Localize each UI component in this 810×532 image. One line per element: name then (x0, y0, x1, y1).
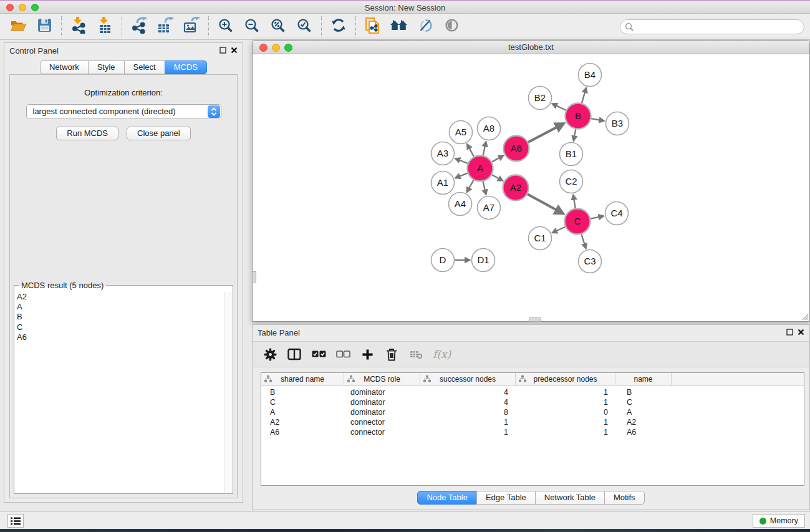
graph-node-C1[interactable]: C1 (529, 227, 552, 250)
mcds-result-item[interactable]: B (17, 312, 233, 322)
mcds-result-item[interactable]: A (17, 302, 233, 312)
graph-node-A7[interactable]: A7 (478, 196, 501, 220)
table-row[interactable]: Bdominator41B (261, 387, 804, 397)
graph-edge[interactable] (552, 104, 566, 110)
mcds-result-item[interactable]: A6 (17, 332, 233, 342)
graph-node-A4[interactable]: A4 (449, 193, 472, 216)
tab-select[interactable]: Select (124, 60, 165, 74)
task-history-button[interactable] (7, 514, 24, 528)
graph-edge[interactable] (591, 216, 604, 218)
float-panel-icon[interactable] (786, 329, 793, 336)
table-settings-button[interactable] (263, 347, 277, 362)
run-mcds-button[interactable]: Run MCDS (56, 127, 118, 140)
hide-panels-button[interactable] (412, 16, 438, 38)
tab-network[interactable]: Network (40, 60, 89, 74)
graph-node-B3[interactable]: B3 (606, 112, 629, 135)
create-column-button[interactable] (360, 347, 375, 362)
graph-edge[interactable] (591, 118, 604, 121)
graph-node-A[interactable]: A (468, 156, 493, 181)
tab-edge-table[interactable]: Edge Table (476, 491, 536, 505)
network-zoom-button[interactable] (284, 44, 292, 52)
graph-node-B4[interactable]: B4 (579, 64, 602, 87)
network-canvas[interactable]: B4B2BB3A8A5A6A3B1AA1C2A2A4A7C4CC1C3DD1 (253, 54, 809, 321)
delete-column-button[interactable] (384, 347, 399, 362)
show-column-button[interactable] (287, 347, 302, 362)
graph-edge[interactable] (528, 194, 564, 213)
zoom-fit-button[interactable] (265, 16, 291, 38)
optimization-criterion-select[interactable]: largest connected component (directed) (26, 104, 221, 119)
graph-node-C[interactable]: C (565, 209, 591, 235)
column-header-name[interactable]: name (615, 373, 672, 385)
zoom-selected-button[interactable] (291, 16, 317, 38)
graph-node-B1[interactable]: B1 (560, 143, 583, 166)
graph-edge[interactable] (483, 181, 486, 195)
graph-node-B2[interactable]: B2 (529, 87, 552, 110)
float-panel-icon[interactable] (219, 47, 226, 54)
graph-edge[interactable] (467, 144, 474, 157)
export-network-button[interactable] (126, 16, 152, 38)
delete-table-button[interactable] (408, 347, 423, 362)
column-header-shared-name[interactable]: shared name (261, 373, 344, 385)
graph-node-D[interactable]: D (432, 249, 455, 272)
duplicate-network-button[interactable] (360, 16, 386, 38)
graph-node-C4[interactable]: C4 (605, 202, 629, 225)
tab-motifs[interactable]: Motifs (604, 491, 645, 505)
mcds-result-item[interactable]: A2 (17, 292, 233, 302)
graph-edge[interactable] (467, 180, 474, 193)
table-row[interactable]: A6connector11A6 (261, 427, 804, 437)
home-button[interactable] (386, 16, 412, 38)
column-header-mcds-role[interactable]: MCDS role (344, 373, 420, 385)
close-panel-icon[interactable] (231, 47, 238, 54)
zoom-in-button[interactable] (213, 16, 239, 38)
mcds-result-scrollbar[interactable] (224, 292, 232, 493)
graph-edge[interactable] (552, 227, 566, 233)
graph-node-A8[interactable]: A8 (478, 117, 501, 140)
memory-button[interactable]: Memory (753, 514, 805, 528)
close-panel-icon[interactable] (798, 329, 804, 336)
mcds-result-item[interactable]: C (17, 322, 233, 332)
graph-node-A6[interactable]: A6 (504, 136, 529, 162)
table-row[interactable]: Adominator80A (261, 407, 804, 417)
splitter-handle-bottom[interactable] (529, 317, 541, 322)
network-close-button[interactable] (259, 44, 268, 52)
graph-edge[interactable] (574, 129, 576, 141)
graph-edge[interactable] (483, 142, 486, 155)
graph-node-A2[interactable]: A2 (503, 175, 529, 201)
tab-network-table[interactable]: Network Table (535, 491, 605, 505)
graph-edge[interactable] (581, 235, 586, 249)
graph-edge[interactable] (455, 173, 468, 178)
close-panel-button[interactable]: Close panel (127, 127, 191, 140)
graph-node-C3[interactable]: C3 (579, 250, 602, 273)
export-image-button[interactable] (178, 16, 205, 38)
splitter-handle-left[interactable] (252, 271, 256, 283)
table-row[interactable]: A2connector11A2 (261, 417, 804, 427)
graph-node-A5[interactable]: A5 (450, 121, 473, 144)
select-all-button[interactable] (311, 347, 326, 362)
open-session-button[interactable] (5, 16, 31, 38)
column-header-successor-nodes[interactable]: successor nodes (420, 373, 516, 385)
tab-style[interactable]: Style (88, 60, 125, 74)
search-input[interactable] (620, 19, 804, 34)
zoom-out-button[interactable] (239, 16, 265, 38)
import-table-button[interactable] (92, 16, 118, 38)
graph-node-A3[interactable]: A3 (432, 142, 455, 165)
network-minimize-button[interactable] (272, 44, 280, 52)
graph-edge[interactable] (492, 175, 503, 181)
graph-node-D1[interactable]: D1 (472, 249, 495, 272)
export-table-button[interactable] (152, 16, 178, 38)
function-builder-button[interactable]: f(x) (433, 347, 451, 362)
graph-edge[interactable] (528, 123, 564, 142)
tab-mcds[interactable]: MCDS (165, 60, 207, 74)
refresh-button[interactable] (325, 16, 352, 38)
tab-node-table[interactable]: Node Table (417, 491, 477, 505)
deselect-all-button[interactable] (335, 347, 350, 362)
table-row[interactable]: Cdominator41C (261, 397, 804, 407)
import-network-button[interactable] (65, 16, 92, 38)
save-session-button[interactable] (31, 16, 57, 38)
graph-edge[interactable] (455, 158, 468, 163)
show-hide-eye-button[interactable] (438, 16, 465, 38)
resize-grip-icon[interactable] (800, 312, 809, 321)
column-header-predecessor-nodes[interactable]: predecessor nodes (516, 373, 615, 385)
graph-node-C2[interactable]: C2 (560, 170, 583, 193)
graph-edge[interactable] (573, 195, 575, 208)
